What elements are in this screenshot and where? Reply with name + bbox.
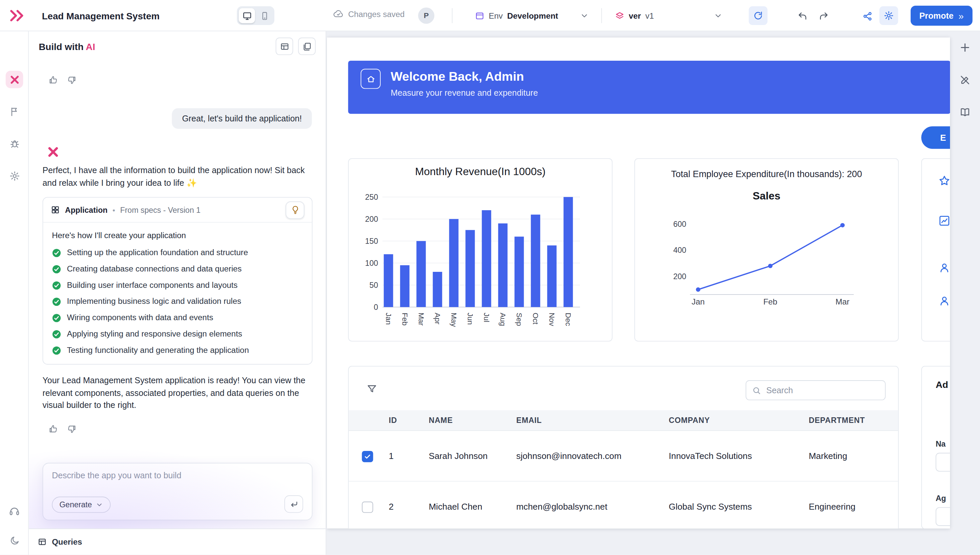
app-logo-icon[interactable] <box>9 8 25 23</box>
column-header[interactable]: EMAIL <box>516 410 542 431</box>
cell-department: Engineering <box>809 482 855 529</box>
edit-mode-button[interactable] <box>957 72 973 88</box>
row-checkbox[interactable] <box>362 451 373 462</box>
check-icon <box>364 452 371 460</box>
svg-text:Apr: Apr <box>433 313 442 325</box>
rail-item-debug[interactable] <box>6 135 23 152</box>
rail-item-theme-toggle[interactable] <box>6 532 23 549</box>
avatar-initial: P <box>424 11 428 20</box>
gear-icon <box>884 11 894 21</box>
share-button[interactable] <box>858 7 877 26</box>
table-row[interactable]: 1 Sarah Johnson sjohnson@innovatech.com … <box>349 431 898 482</box>
plan-card-body: Here's how I'll create your application … <box>43 223 312 364</box>
thumbs-up-icon[interactable] <box>48 75 58 85</box>
submit-prompt-button[interactable] <box>285 495 303 513</box>
form-input[interactable] <box>936 453 950 472</box>
column-header[interactable]: COMPANY <box>669 410 710 431</box>
queries-bar[interactable]: Queries <box>29 528 326 555</box>
line-chart: 200400600JanFebMar <box>635 212 899 315</box>
thumbs-down-icon[interactable] <box>67 424 77 434</box>
leads-table-widget[interactable]: ID NAME EMAIL COMPANY DEPARTMENT 1 Sarah… <box>348 366 898 529</box>
separator-dot: • <box>113 205 115 214</box>
chevron-down-icon <box>714 11 722 20</box>
undo-button[interactable] <box>793 7 812 26</box>
svg-text:150: 150 <box>365 237 378 245</box>
form-label-clipped: Na <box>936 440 946 448</box>
chevron-down-icon <box>96 501 103 508</box>
row-checkbox[interactable] <box>362 501 373 513</box>
column-header[interactable]: ID <box>388 410 397 431</box>
plan-step: Wiring components with data and events <box>52 313 303 322</box>
moon-icon <box>9 535 20 546</box>
form-input[interactable] <box>936 507 950 526</box>
sync-button[interactable] <box>749 6 767 25</box>
add-widget-button[interactable] <box>957 39 973 56</box>
generate-button[interactable]: Generate <box>52 497 111 513</box>
queries-icon <box>38 537 47 547</box>
svg-text:Jan: Jan <box>692 297 705 306</box>
canvas-area: Welcome Back, Admin Measure your revenue… <box>326 31 980 555</box>
clipped-action-button[interactable]: E <box>921 127 950 149</box>
promote-button[interactable]: Promote » <box>911 6 973 26</box>
panel-docs-button[interactable] <box>298 38 316 55</box>
thumbs-up-icon[interactable] <box>48 424 58 434</box>
env-value: Development <box>507 11 558 20</box>
person-icon[interactable] <box>938 261 950 274</box>
check-circle-icon <box>52 313 61 322</box>
redo-button[interactable] <box>814 7 833 26</box>
form-label-clipped: Ag <box>936 494 946 503</box>
docs-button[interactable] <box>957 104 973 120</box>
prompt-input[interactable] <box>52 471 302 480</box>
save-status: Changes saved <box>333 9 404 19</box>
person-icon[interactable] <box>938 295 950 307</box>
filter-button[interactable] <box>366 383 378 395</box>
version-select[interactable]: ver v1 <box>615 8 723 24</box>
check-circle-icon <box>52 297 61 306</box>
desktop-view-button[interactable] <box>239 8 255 23</box>
check-circle-icon <box>52 264 61 274</box>
clipped-icon-widget[interactable] <box>921 158 950 341</box>
user-avatar[interactable]: P <box>418 8 434 24</box>
form-title-clipped: Ad <box>936 379 948 390</box>
column-header[interactable]: DEPARTMENT <box>809 410 865 431</box>
svg-text:200: 200 <box>673 272 686 281</box>
monthly-revenue-chart-widget[interactable]: Monthly Revenue(In 1000s) 05010015020025… <box>348 158 612 341</box>
plan-card-title: Application <box>65 205 108 214</box>
search-input[interactable] <box>766 381 882 399</box>
app-title: Lead Management System <box>42 11 160 21</box>
environment-select[interactable]: Env Development <box>475 8 589 24</box>
banner-subtitle: Measure your revenue and expenditure <box>391 88 538 98</box>
cell-email: sjohnson@innovatech.com <box>516 431 622 482</box>
app-canvas[interactable]: Welcome Back, Admin Measure your revenue… <box>327 38 950 529</box>
cell-id: 2 <box>388 482 394 529</box>
plan-step: Testing functionality and generating the… <box>52 345 303 355</box>
pencil-slash-icon <box>959 74 970 86</box>
plan-intro: Here's how I'll create your application <box>52 231 303 240</box>
clipped-form-widget[interactable]: Ad Na Ag <box>921 366 950 529</box>
welcome-banner-widget[interactable]: Welcome Back, Admin Measure your revenue… <box>348 61 950 114</box>
ai-panel-header: Build with AI <box>29 31 326 61</box>
table-row[interactable]: 2 Michael Chen mchen@globalsync.net Glob… <box>349 482 898 529</box>
panel-layout-button[interactable] <box>276 38 293 55</box>
cell-company: Global Sync Systems <box>669 482 752 529</box>
rail-item-support[interactable] <box>6 502 23 520</box>
rail-item-ai-builder[interactable] <box>6 71 23 88</box>
column-header[interactable]: NAME <box>428 410 452 431</box>
star-icon[interactable] <box>938 175 950 187</box>
rail-item-flag[interactable] <box>6 103 23 120</box>
thumbs-down-icon[interactable] <box>67 75 77 85</box>
mobile-view-button[interactable] <box>256 8 273 23</box>
svg-text:Jun: Jun <box>466 313 474 325</box>
check-circle-icon <box>52 329 61 338</box>
expenditure-chart-widget[interactable]: Total Employee Expenditure(In thousands)… <box>634 158 898 341</box>
svg-text:Jan: Jan <box>384 313 393 325</box>
chart-icon[interactable] <box>938 215 950 227</box>
insights-button[interactable] <box>286 201 304 219</box>
settings-button[interactable] <box>879 6 898 25</box>
svg-text:Sep: Sep <box>515 313 523 326</box>
save-status-label: Changes saved <box>348 9 404 19</box>
rail-item-settings[interactable] <box>6 167 23 185</box>
banner-title: Welcome Back, Admin <box>391 69 524 84</box>
bar-chart-title: Monthly Revenue(In 1000s) <box>349 166 612 178</box>
svg-text:100: 100 <box>365 259 378 268</box>
